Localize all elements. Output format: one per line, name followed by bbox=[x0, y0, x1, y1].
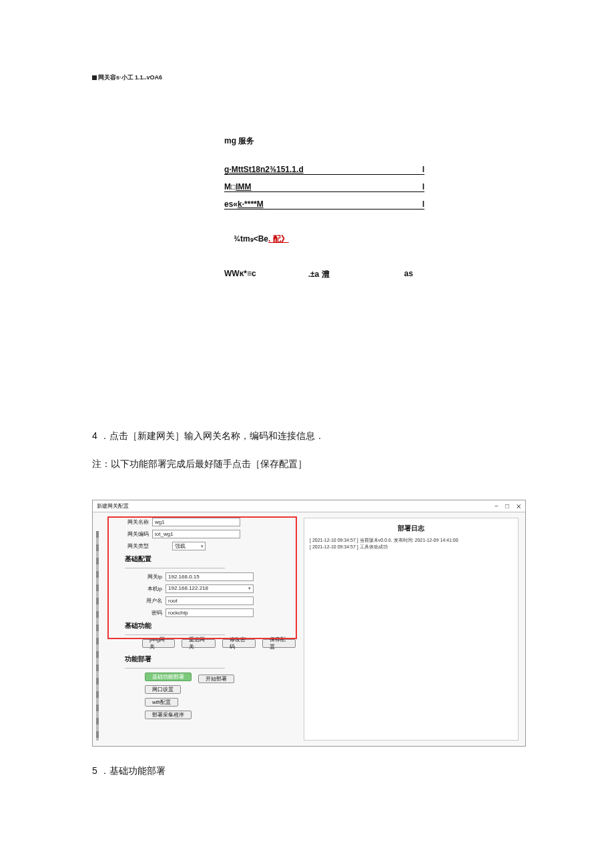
text-cursor-icon: l bbox=[422, 182, 424, 191]
wifi-cfg-button[interactable]: wifi配置 bbox=[145, 698, 178, 707]
gw-ip-label: 网关ip bbox=[137, 573, 162, 580]
deploy-log-panel: 部署日志 [ 2021-12-10 09:34:57 ] 当前版本v0.0.6.… bbox=[304, 518, 519, 741]
text-cursor-icon: l bbox=[422, 199, 424, 209]
step-5: 5 ．基础功能部署 bbox=[92, 765, 522, 777]
section-basic-fn: 基础功能 bbox=[125, 621, 296, 632]
window-title: 新建网关配置 bbox=[97, 502, 129, 510]
user-input[interactable] bbox=[166, 596, 254, 605]
status-2: .±a 澧 bbox=[308, 269, 330, 280]
svc-row-3[interactable]: es«k·****M l bbox=[224, 197, 424, 209]
svc-row-3-label: es«k·****M bbox=[224, 199, 264, 209]
new-gateway-window: 新建网关配置 − □ ⨯ 网关名称 网关编码 网关类型 bbox=[92, 500, 526, 747]
text-cursor-icon: l bbox=[422, 165, 424, 174]
status-1: WWĸ*≡c bbox=[224, 269, 256, 280]
local-ip-select[interactable]: 192.168.122.218 ▾ bbox=[166, 584, 254, 593]
svc-row-1-label: g·MttSt18n2⅜151.1.d bbox=[224, 165, 304, 174]
step-4: 4 ．点击［新建网关］输入网关名称，编码和连接信息． bbox=[92, 424, 522, 448]
ping-button[interactable]: ping网关 bbox=[142, 639, 175, 648]
section-divider bbox=[125, 668, 225, 669]
user-label: 用户名 bbox=[137, 597, 162, 604]
chevron-down-icon: ▾ bbox=[248, 586, 251, 591]
section-basic-cfg: 基础配置 bbox=[125, 554, 296, 565]
header-square-icon bbox=[92, 75, 97, 80]
deploy-collector-button[interactable]: 部署采集程序 bbox=[145, 711, 192, 719]
pwd-label: 密码 bbox=[137, 609, 162, 616]
status-row: WWĸ*≡c .±a 澧 as bbox=[224, 269, 424, 280]
section-fn-deploy: 功能部署 bbox=[125, 655, 296, 665]
deploy-log-title: 部署日志 bbox=[310, 524, 513, 533]
gw-name-input[interactable] bbox=[152, 518, 240, 526]
gw-code-label: 网关编码 bbox=[123, 530, 149, 538]
gw-type-label: 网关类型 bbox=[123, 542, 149, 550]
note-red-link[interactable]: . 配》 bbox=[268, 234, 289, 244]
maximize-icon[interactable]: □ bbox=[505, 502, 509, 510]
body-note: 注：以下功能部署完成后最好随手点击［保存配置］ bbox=[92, 452, 522, 476]
status-3: as bbox=[404, 269, 413, 280]
left-rail bbox=[96, 531, 99, 741]
svc-row-2-label: M□IMM bbox=[224, 182, 252, 191]
save-button[interactable]: 保存配置 bbox=[262, 639, 296, 648]
header-text: 网关容s·小工 1.1..vOA6 bbox=[98, 73, 162, 82]
section-divider bbox=[125, 634, 225, 635]
log-line: [ 2021-12-10 09:34:57 ] 当前版本v0.0.6. 发布时间… bbox=[310, 537, 513, 544]
gw-code-input[interactable] bbox=[152, 530, 240, 538]
start-deploy-button[interactable]: 开始部署 bbox=[198, 675, 234, 683]
port-cfg-button[interactable]: 网口设置 bbox=[145, 685, 181, 694]
gw-name-label: 网关名称 bbox=[123, 518, 149, 526]
pwd-input[interactable] bbox=[166, 608, 254, 617]
gw-ip-input[interactable] bbox=[166, 572, 254, 581]
minimize-icon[interactable]: − bbox=[495, 502, 499, 510]
local-ip-label: 本机ip bbox=[137, 585, 162, 592]
chevron-down-icon: ▾ bbox=[201, 544, 204, 549]
restart-button[interactable]: 重启网关 bbox=[182, 639, 215, 648]
svc-row-1[interactable]: g·MttSt18n2⅜151.1.d l bbox=[224, 163, 424, 175]
log-line: [ 2021-12-10 09:34:57 ] 工具体动成功 bbox=[310, 544, 513, 550]
page-header: 网关容s·小工 1.1..vOA6 bbox=[92, 73, 522, 82]
chpwd-button[interactable]: 修改密码 bbox=[222, 639, 256, 648]
svc-title: mg 服务 bbox=[224, 135, 424, 147]
svc-row-2[interactable]: M□IMM l bbox=[224, 180, 424, 192]
close-icon[interactable]: ⨯ bbox=[516, 502, 521, 510]
gw-type-select[interactable]: 强载 ▾ bbox=[172, 542, 206, 550]
note-line: ¾tm₉<Be. 配》 bbox=[234, 234, 424, 245]
section-divider bbox=[125, 568, 225, 568]
basic-deploy-button[interactable]: 基础功能部署 bbox=[145, 673, 192, 681]
